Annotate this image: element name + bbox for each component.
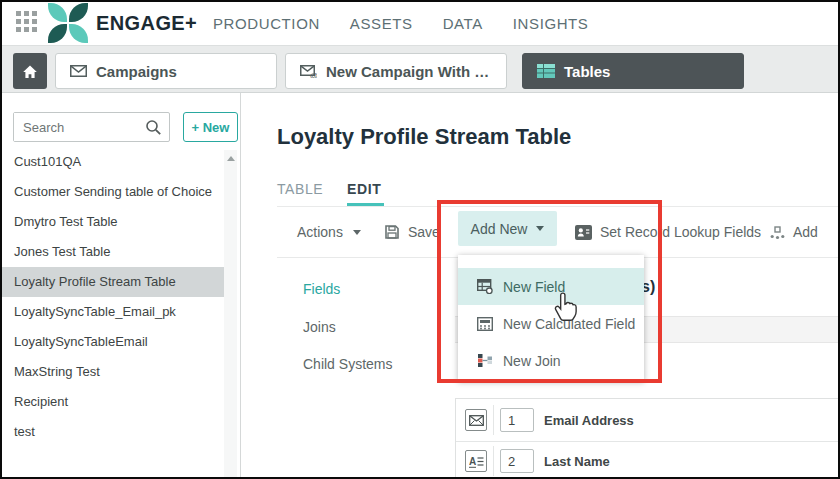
tab-tables-active[interactable]: Tables <box>522 53 744 89</box>
tab-campaigns-label: Campaigns <box>96 63 177 80</box>
tab-new-campaign-label: New Campaign With … <box>326 63 489 80</box>
list-item[interactable]: LoyaltySyncTable_Email_pk <box>0 297 224 327</box>
new-table-button[interactable]: + New <box>183 112 238 142</box>
mouse-cursor-icon <box>552 291 580 323</box>
campaign-envelope-icon: @ <box>300 65 317 78</box>
app-window: ENGAGE+ PRODUCTION ASSETS DATA INSIGHTS … <box>0 0 840 479</box>
list-item[interactable]: test <box>0 417 224 447</box>
text-type-icon-box: A <box>465 450 487 472</box>
list-item[interactable]: Cust101QA <box>0 147 224 177</box>
field-row-lastname[interactable]: A Last Name <box>456 442 840 479</box>
edit-toolbar: Actions Save Add New <box>241 207 840 257</box>
page-title: Loyalty Profile Stream Table <box>277 124 571 150</box>
calculator-icon <box>477 317 493 331</box>
tab-edit-active[interactable]: EDIT <box>347 181 381 197</box>
search-icon[interactable] <box>145 119 162 136</box>
tables-sidebar: + New Cust101QA Customer Sending table o… <box>0 93 241 479</box>
engage-logo-icon <box>48 3 88 43</box>
tab-new-campaign[interactable]: @ New Campaign With … <box>285 53 507 89</box>
save-button[interactable]: Save <box>384 207 440 257</box>
add-new-label: Add New <box>471 221 528 237</box>
nav-data[interactable]: DATA <box>443 15 483 32</box>
primary-nav: PRODUCTION ASSETS DATA INSIGHTS <box>213 0 588 46</box>
top-bar: ENGAGE+ PRODUCTION ASSETS DATA INSIGHTS <box>0 0 840 46</box>
nav-production[interactable]: PRODUCTION <box>213 15 320 32</box>
new-field-icon <box>477 279 493 294</box>
tab-table[interactable]: TABLE <box>277 181 323 197</box>
actions-label: Actions <box>297 224 343 240</box>
save-label: Save <box>408 224 440 240</box>
field-label: Last Name <box>544 454 610 469</box>
record-lookup-icon <box>575 225 592 240</box>
field-label: Email Address <box>544 413 634 428</box>
join-icon <box>477 353 493 368</box>
tab-campaigns[interactable]: Campaigns <box>55 53 277 89</box>
envelope-icon <box>70 65 87 77</box>
menu-item-new-join[interactable]: New Join <box>458 342 644 379</box>
logo-petal <box>69 3 88 22</box>
list-item[interactable]: LoyaltySyncTableEmail <box>0 327 224 357</box>
actions-dropdown-button[interactable]: Actions <box>297 207 361 257</box>
logo-petal <box>48 3 67 22</box>
envelope-icon <box>469 415 484 426</box>
new-table-button-label: + New <box>192 120 230 135</box>
workspace-tab-row: Campaigns @ New Campaign With … Tables <box>0 46 840 93</box>
save-icon <box>384 224 400 240</box>
field-order-input[interactable] <box>500 449 534 473</box>
list-item[interactable]: Customer Sending table of Choice <box>0 177 224 207</box>
fields-list: Email Address A Last Name <box>455 398 840 479</box>
nav-assets[interactable]: ASSETS <box>350 15 413 32</box>
brand-title: ENGAGE+ <box>96 0 197 46</box>
app-grid-icon[interactable] <box>16 11 40 35</box>
list-item-selected[interactable]: Loyalty Profile Stream Table <box>0 267 224 297</box>
scroll-up-arrow-icon[interactable] <box>227 156 235 161</box>
menu-item-new-field[interactable]: New Field <box>458 268 644 305</box>
hierarchy-icon <box>770 225 785 240</box>
email-type-icon-box <box>465 409 487 431</box>
field-order-input[interactable] <box>500 408 534 432</box>
menu-item-label: New Join <box>503 353 561 369</box>
text-field-icon: A <box>469 455 484 468</box>
list-item[interactable]: MaxString Test <box>0 357 224 387</box>
tab-tables-label: Tables <box>564 63 610 80</box>
tables-icon <box>537 64 555 78</box>
logo-petal <box>48 24 67 43</box>
add-child-label: Add <box>793 224 818 240</box>
menu-item-new-calculated-field[interactable]: New Calculated Field <box>458 305 644 342</box>
home-icon <box>22 64 38 79</box>
list-item[interactable]: Recipient <box>0 387 224 417</box>
list-item[interactable]: Dmytro Test Table <box>0 207 224 237</box>
divider <box>493 405 494 435</box>
svg-text:@: @ <box>310 71 317 78</box>
chevron-down-icon <box>536 226 544 231</box>
logo-petal <box>69 24 88 43</box>
add-new-menu: New Field New Calculated Field <box>458 255 644 381</box>
nav-insights[interactable]: INSIGHTS <box>513 15 589 32</box>
search-input[interactable] <box>14 113 144 141</box>
home-button[interactable] <box>13 53 47 89</box>
sidebar-scrollbar[interactable] <box>224 150 237 479</box>
divider <box>493 446 494 476</box>
search-box <box>13 112 170 142</box>
section-nav-joins[interactable]: Joins <box>303 319 336 335</box>
set-record-lookup-label: Set Record Lookup Fields <box>600 224 761 240</box>
section-nav-child-systems[interactable]: Child Systems <box>303 356 392 372</box>
field-row-email[interactable]: Email Address <box>456 399 840 442</box>
section-nav-fields[interactable]: Fields <box>303 281 340 297</box>
add-new-dropdown-button[interactable]: Add New <box>458 211 557 246</box>
add-child-button[interactable]: Add <box>770 207 818 257</box>
table-list: Cust101QA Customer Sending table of Choi… <box>0 147 224 447</box>
list-item[interactable]: Jones Test Table <box>0 237 224 267</box>
set-record-lookup-button[interactable]: Set Record Lookup Fields <box>575 207 761 257</box>
svg-text:A: A <box>469 456 476 467</box>
chevron-down-icon <box>353 230 361 235</box>
main-content: Loyalty Profile Stream Table TABLE EDIT … <box>241 93 840 479</box>
